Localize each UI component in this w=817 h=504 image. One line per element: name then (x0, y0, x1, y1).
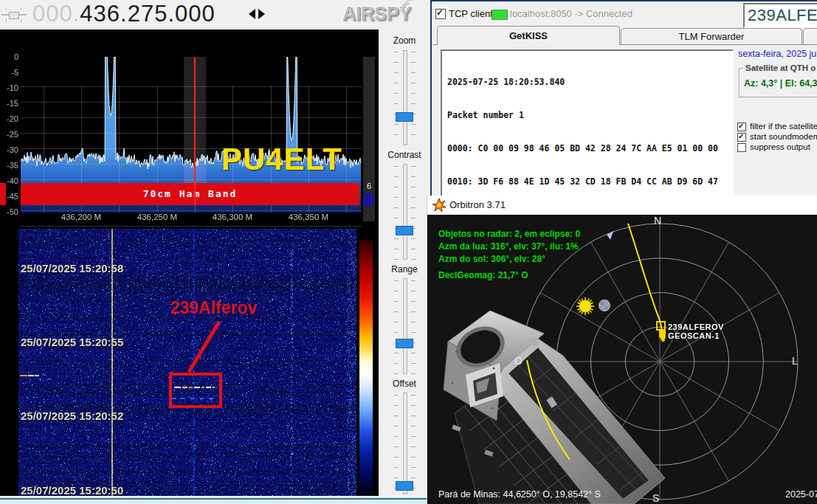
callsign-overlay: PU4ELT (221, 142, 342, 177)
contrast-slider-label: Contrast (379, 150, 430, 160)
db-tick: -40 (0, 176, 18, 185)
connection-indicator (492, 10, 508, 20)
frequency-display[interactable]: 000.436.275.000 (32, 1, 216, 27)
compass-west-label: O (514, 355, 523, 367)
tab-getkiss[interactable]: GetKISS (437, 26, 620, 45)
airspy-logo: AIRSPY (342, 3, 416, 27)
contrast-slider-thumb[interactable] (396, 226, 413, 235)
suppress-output-label[interactable]: suppress output (750, 142, 810, 151)
packet-timestamp: 2025-07-25 18:20:53.840 (447, 77, 732, 88)
radar-info-line: Azm da lua: 316°, elv: 37°, ilu: 1% (438, 241, 579, 252)
orbitron-title-bar[interactable]: Orbitron 3.71 (427, 196, 817, 215)
offset-slider-thumb[interactable] (396, 481, 413, 491)
range-slider-thumb[interactable] (396, 339, 413, 348)
tune-step-arrows-icon[interactable] (249, 9, 269, 21)
observer-location-status: Pará de Minas: 44,6250° O, 19,8542° S (438, 489, 601, 500)
freq-tick: 436,300 M (207, 213, 258, 221)
satellite-track-north (628, 224, 664, 341)
db-tick: -35 (0, 161, 18, 170)
orbitron-date-status: 2025-07-2 (785, 489, 817, 500)
sdr-top-bar: 000.436.275.000 AIRSPY (0, 0, 430, 30)
orbitron-app-icon (432, 199, 446, 212)
freq-tick: 436,350 M (283, 213, 334, 221)
satellite-label-alferov: 239ALFEROV (668, 322, 724, 331)
tcp-client-label[interactable]: TCP client (449, 8, 493, 19)
zoom-slider-thumb[interactable] (396, 112, 413, 122)
suppress-output-checkbox[interactable] (737, 143, 746, 152)
satellite-3d-model (444, 311, 665, 504)
compass-east-label: L (792, 355, 798, 367)
moon-icon (599, 300, 610, 311)
db-tick: 0 (0, 52, 18, 61)
db-tick: -50 (0, 207, 18, 216)
tcp-client-checkbox[interactable] (435, 9, 446, 19)
offset-slider-label: Offset (379, 379, 430, 389)
tab-tlm-forwarder[interactable]: TLM Forwarder (621, 28, 802, 45)
direction-arrow-icon (607, 231, 613, 240)
band-plan-strip: 70cm Ham Band (21, 183, 359, 205)
freq-tick: 436,200 M (55, 213, 107, 221)
tune-right-icon[interactable] (258, 9, 265, 19)
db-tick: -10 (0, 83, 18, 92)
radio-waves-icon (399, 0, 418, 15)
orbitron-radar-view: Objetos no radar: 2, em eclipse: 0 Azm d… (427, 215, 817, 504)
frequency-leading-zeros: 000. (32, 1, 80, 27)
display-settings-sliders: Zoom Contrast Range Offset (379, 30, 430, 496)
db-tick: -5 (0, 68, 18, 77)
orbitron-title: Orbitron 3.71 (449, 199, 506, 210)
range-slider-label: Range (379, 264, 430, 275)
satellite-qth-group-label: Satellite at QTH o (743, 63, 817, 72)
radar-info-line: Azm do sol: 306°, elv: 28° (438, 254, 545, 264)
orbitron-window: Orbitron 3.71 (427, 196, 817, 504)
satellite-label-geoscan: GEOSCAN-1 (668, 331, 720, 340)
date-label: sexta-feira, 2025 jul (738, 49, 817, 59)
snr-meter-fill (364, 193, 373, 206)
satellite-name-box[interactable]: 239ALFEROV (743, 3, 817, 28)
zoom-slider-track[interactable] (403, 50, 407, 145)
filter-satellite-checkbox[interactable] (737, 122, 746, 131)
mini-slider-thumb[interactable] (9, 12, 19, 19)
tuned-frequency-line[interactable] (194, 57, 196, 205)
db-tick: -45 (0, 192, 18, 201)
range-slider-track[interactable] (403, 278, 407, 374)
annotation-arrow (0, 227, 379, 496)
spectrum-display[interactable]: 70cm Ham Band PU4ELT 6 0 -5 -10 -15 -20 … (0, 30, 379, 227)
frequency-value: 436.275.000 (80, 1, 215, 27)
packet-hex-line: 0000: C0 00 09 98 46 05 BD 42 28 24 7C A… (447, 143, 732, 154)
packet-header: Packet number 1 (447, 110, 732, 121)
contrast-slider-track[interactable] (403, 164, 407, 260)
tlm-decoder-panel: TCP client localhost:8050 -> Connected 2… (430, 0, 817, 215)
compass-north-label: N (654, 215, 661, 227)
az-el-readout: Az: 4,3° | El: 64,3° (744, 78, 817, 89)
declination-readout: DeclGeomag: 21,7° O (438, 270, 528, 280)
snr-value: 6 (363, 182, 375, 190)
zoom-slider-label: Zoom (379, 35, 430, 46)
radar-info-line: Objetos no radar: 2, em eclipse: 0 (438, 229, 580, 239)
tab-more[interactable] (803, 28, 817, 45)
packet-output-box[interactable]: 2025-07-25 18:20:53.840 Packet number 1 … (441, 49, 734, 218)
db-tick: -25 (0, 130, 18, 139)
start-soundmodem-checkbox[interactable] (737, 133, 746, 142)
db-tick: -15 (0, 99, 18, 108)
offset-slider-track[interactable] (403, 393, 407, 494)
start-soundmodem-label[interactable]: start soundmodem a (750, 132, 817, 141)
sun-icon (576, 297, 594, 315)
filter-satellite-label[interactable]: filter if the satellite is (750, 122, 817, 131)
packet-hex-line: 0010: 3D F6 88 4E 1D 45 32 CD 18 FB D4 C… (447, 176, 732, 187)
annotation-box (169, 373, 222, 408)
db-tick: -30 (0, 145, 18, 154)
compass-south-label: S (652, 492, 659, 504)
tune-left-icon[interactable] (249, 9, 255, 19)
sdr-window-bottom-edge (0, 496, 430, 504)
connection-status: localhost:8050 -> Connected (510, 8, 632, 19)
freq-tick: 436,250 M (131, 213, 183, 221)
band-plan-label: 70cm Ham Band (21, 188, 359, 199)
volume-mini-slider[interactable] (1, 7, 28, 22)
db-tick: -20 (0, 114, 18, 123)
screen: 000.436.275.000 AIRSPY 70cm Ham Band PU4… (0, 0, 817, 504)
waterfall-display[interactable]: 25/07/2025 15:20:58 25/07/2025 15:20:55 … (0, 227, 379, 496)
